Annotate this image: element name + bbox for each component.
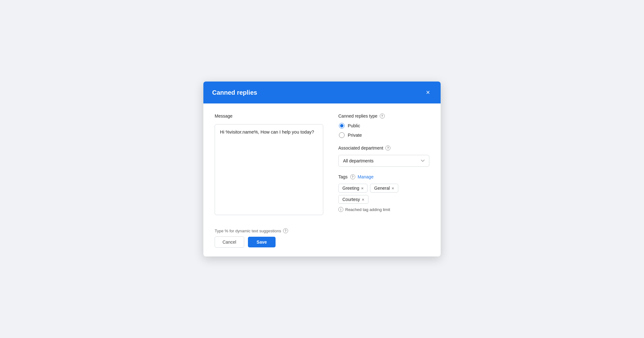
department-select[interactable]: All departments	[338, 155, 429, 167]
tag-limit-row: i Reached tag adding limit	[338, 207, 429, 212]
radio-public[interactable]: Public	[339, 123, 429, 129]
tag-greeting: Greeting ×	[338, 184, 368, 193]
tag-courtesy-label: Courtesy	[342, 197, 360, 202]
tag-greeting-label: Greeting	[342, 186, 359, 191]
right-column: Canned replies type ? Public Private	[338, 114, 429, 219]
tag-limit-info-icon: i	[338, 207, 343, 212]
tag-courtesy: Courtesy ×	[338, 195, 368, 204]
radio-private-label: Private	[348, 133, 362, 138]
associated-department-section: Associated department ? All departments	[338, 145, 429, 167]
tag-courtesy-remove[interactable]: ×	[362, 198, 364, 202]
tag-limit-text: Reached tag adding limit	[345, 207, 390, 212]
modal-footer: Cancel Save	[203, 236, 441, 256]
radio-private[interactable]: Private	[339, 132, 429, 138]
modal-header: Canned replies ×	[203, 82, 441, 103]
canned-replies-type-label: Canned replies type ?	[338, 114, 429, 119]
canned-replies-type-help-icon: ?	[380, 114, 385, 119]
modal-title: Canned replies	[212, 89, 257, 96]
radio-public-input[interactable]	[339, 123, 345, 129]
cancel-button[interactable]: Cancel	[215, 236, 244, 248]
tags-label-row: Tags ? Manage	[338, 174, 429, 179]
close-button[interactable]: ×	[424, 88, 432, 97]
radio-public-label: Public	[348, 123, 360, 128]
left-column: Message Hi %visitor.name%, How can I hel…	[215, 114, 323, 219]
tags-section: Tags ? Manage Greeting × General × Court…	[338, 174, 429, 212]
tag-general: General ×	[370, 184, 398, 193]
save-button[interactable]: Save	[248, 237, 276, 247]
message-label: Message	[215, 114, 323, 119]
tag-general-label: General	[374, 186, 390, 191]
hint-text: Type % for dynamic text suggestions	[215, 229, 281, 233]
radio-private-input[interactable]	[339, 132, 345, 138]
tags-help-icon: ?	[350, 174, 355, 179]
hint-row: Type % for dynamic text suggestions ?	[203, 228, 441, 236]
radio-group: Public Private	[339, 123, 429, 138]
tag-greeting-remove[interactable]: ×	[361, 186, 364, 190]
message-textarea[interactable]: Hi %visitor.name%, How can I help you to…	[215, 124, 323, 215]
manage-tags-link[interactable]: Manage	[358, 174, 374, 179]
tags-container: Greeting × General × Courtesy ×	[338, 184, 429, 204]
associated-department-label: Associated department ?	[338, 145, 429, 151]
tag-general-remove[interactable]: ×	[392, 186, 394, 190]
associated-department-help-icon: ?	[385, 145, 390, 151]
tags-label: Tags	[338, 174, 348, 179]
modal-body: Message Hi %visitor.name%, How can I hel…	[203, 103, 441, 228]
canned-replies-modal: Canned replies × Message Hi %visitor.nam…	[203, 82, 441, 256]
hint-help-icon: ?	[283, 228, 288, 233]
canned-replies-type-section: Canned replies type ? Public Private	[338, 114, 429, 138]
